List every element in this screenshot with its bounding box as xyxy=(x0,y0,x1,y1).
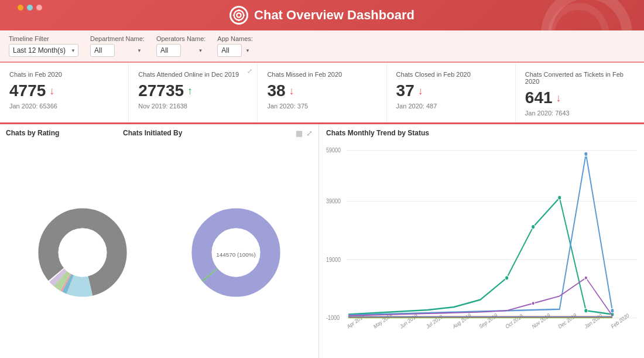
kpi-title-2: Chats Missed in Feb 2020 xyxy=(267,71,376,78)
expand-icon-1[interactable]: ⤢ xyxy=(247,67,252,75)
svg-text:Sep 2019: Sep 2019 xyxy=(478,312,498,330)
kpi-number-1: 27735 xyxy=(138,81,184,100)
svg-point-41 xyxy=(584,152,588,156)
kpi-card-1: ⤢ Chats Attended Online in Dec 2019 2773… xyxy=(129,63,258,122)
chats-by-rating-donut xyxy=(30,200,135,305)
department-select[interactable]: All xyxy=(90,44,115,57)
kpi-title-1: Chats Attended Online in Dec 2019 xyxy=(138,71,248,78)
appnames-select-wrapper[interactable]: All xyxy=(217,44,253,57)
chats-by-rating-title: Chats by Rating xyxy=(6,129,123,137)
kpi-arrow-2: ↓ xyxy=(289,85,294,97)
chats-initiated-donut: 144570 (100%) xyxy=(183,200,289,305)
kpi-prev-1: Nov 2019: 21638 xyxy=(138,103,248,110)
svg-point-38 xyxy=(558,196,561,200)
timeline-select-wrapper[interactable]: Last 12 Month(s) xyxy=(9,44,78,57)
svg-text:Oct 2019: Oct 2019 xyxy=(505,312,524,330)
svg-point-42 xyxy=(611,308,614,312)
kpi-prev-4: Jan 2020: 7643 xyxy=(525,110,635,117)
header: Chat Overview Dashboard xyxy=(0,0,644,30)
svg-text:Aug 2019: Aug 2019 xyxy=(452,312,472,330)
attended-line xyxy=(348,154,612,315)
svg-text:Jun 2019: Jun 2019 xyxy=(399,312,419,330)
timeline-filter-group: Timeline Filter Last 12 Month(s) xyxy=(9,35,78,57)
svg-text:59000: 59000 xyxy=(326,146,341,154)
monthly-trend-title: Chats Monthly Trend by Status xyxy=(326,129,637,137)
appnames-select[interactable]: All xyxy=(217,44,242,57)
kpi-value-4: 641 ↓ xyxy=(525,88,635,107)
operators-filter-label: Operators Name: xyxy=(156,35,205,42)
kpi-number-4: 641 xyxy=(525,88,553,107)
header-title: Chat Overview Dashboard xyxy=(229,6,415,25)
department-filter-group: Department Name: All xyxy=(90,35,145,57)
operators-select-wrapper[interactable]: All xyxy=(156,44,205,57)
kpi-value-1: 27735 ↑ xyxy=(138,81,248,100)
kpi-arrow-3: ↓ xyxy=(418,85,423,97)
filters-bar: Timeline Filter Last 12 Month(s) Departm… xyxy=(0,30,644,63)
svg-text:Nov 2019: Nov 2019 xyxy=(531,312,551,330)
svg-text:19000: 19000 xyxy=(326,256,341,263)
svg-point-44 xyxy=(584,276,587,279)
svg-text:144570 (100%): 144570 (100%) xyxy=(216,251,256,258)
department-select-wrapper[interactable]: All xyxy=(90,44,145,57)
kpi-title-3: Chats Closed in Feb 2020 xyxy=(396,71,506,78)
svg-point-1 xyxy=(237,13,241,17)
svg-point-12 xyxy=(59,229,107,277)
dot-cyan xyxy=(27,5,33,11)
dot-pink xyxy=(36,5,42,11)
operators-select[interactable]: All xyxy=(156,44,181,57)
appnames-filter-label: App Names: xyxy=(217,35,253,42)
kpi-card-4: Chats Converted as Tickets in Feb 2020 6… xyxy=(516,63,644,122)
closed-line xyxy=(348,278,612,316)
svg-text:39000: 39000 xyxy=(326,198,341,205)
attended-online-line xyxy=(348,197,612,314)
kpi-value-0: 4775 ↓ xyxy=(9,81,119,100)
timeline-select[interactable]: Last 12 Month(s) xyxy=(9,44,78,57)
svg-text:Jul 2019: Jul 2019 xyxy=(426,313,444,330)
line-chart-svg: 59000 39000 19000 -1000 Apr 2019 May 201… xyxy=(326,139,637,358)
kpi-prev-3: Jan 2020: 487 xyxy=(396,103,506,110)
department-filter-label: Department Name: xyxy=(90,35,145,42)
kpi-value-3: 37 ↓ xyxy=(396,81,506,100)
expand-chart-icon[interactable]: ⤢ xyxy=(306,129,313,138)
svg-text:Dec 2019: Dec 2019 xyxy=(557,312,577,330)
svg-point-37 xyxy=(532,224,535,229)
kpi-arrow-0: ↓ xyxy=(49,85,54,97)
svg-point-43 xyxy=(532,302,535,305)
donuts-row: 144570 (100%) xyxy=(0,137,318,358)
header-title-text: Chat Overview Dashboard xyxy=(254,8,415,23)
kpi-arrow-1: ↑ xyxy=(187,85,193,97)
kpi-card-3: Chats Closed in Feb 2020 37 ↓ Jan 2020: … xyxy=(387,63,516,122)
kpi-card-0: Chats in Feb 2020 4775 ↓ Jan 2020: 65366 xyxy=(0,63,129,122)
chats-initiated-title: Chats Initiated By xyxy=(123,129,313,137)
kpi-number-3: 37 xyxy=(396,81,415,100)
kpi-arrow-4: ↓ xyxy=(556,92,561,104)
kpi-number-2: 38 xyxy=(267,81,285,100)
svg-point-0 xyxy=(234,11,244,21)
line-chart-area: 59000 39000 19000 -1000 Apr 2019 May 201… xyxy=(326,139,637,358)
operators-filter-group: Operators Name: All xyxy=(156,35,205,57)
kpi-prev-2: Jan 2020: 375 xyxy=(267,103,376,110)
svg-point-39 xyxy=(584,308,588,312)
dot-orange xyxy=(18,5,23,11)
bar-chart-icon[interactable]: ▦ xyxy=(296,129,303,138)
svg-point-36 xyxy=(505,276,509,280)
kpi-card-2: Chats Missed in Feb 2020 38 ↓ Jan 2020: … xyxy=(258,63,386,122)
appnames-filter-group: App Names: All xyxy=(217,35,253,57)
right-chart: Chats Monthly Trend by Status 59000 3900… xyxy=(319,124,644,358)
chart-titles: Chats by Rating Chats Initiated By ▦ ⤢ xyxy=(0,129,318,137)
header-icon xyxy=(229,6,248,25)
kpi-title-4: Chats Converted as Tickets in Feb 2020 xyxy=(525,71,635,85)
left-charts: Chats by Rating Chats Initiated By ▦ ⤢ xyxy=(0,124,319,358)
kpi-value-2: 38 ↓ xyxy=(267,81,376,100)
svg-text:-1000: -1000 xyxy=(326,314,340,321)
svg-text:Jan 2020: Jan 2020 xyxy=(584,312,603,330)
kpi-prev-0: Jan 2020: 65366 xyxy=(9,103,119,110)
kpi-number-0: 4775 xyxy=(9,81,46,100)
timeline-filter-label: Timeline Filter xyxy=(9,35,78,42)
dot-decoration xyxy=(18,5,42,11)
charts-section: Chats by Rating Chats Initiated By ▦ ⤢ xyxy=(0,124,644,358)
kpi-row: Chats in Feb 2020 4775 ↓ Jan 2020: 65366… xyxy=(0,63,644,124)
chart-icons: ▦ ⤢ xyxy=(296,129,313,138)
kpi-title-0: Chats in Feb 2020 xyxy=(9,71,119,78)
